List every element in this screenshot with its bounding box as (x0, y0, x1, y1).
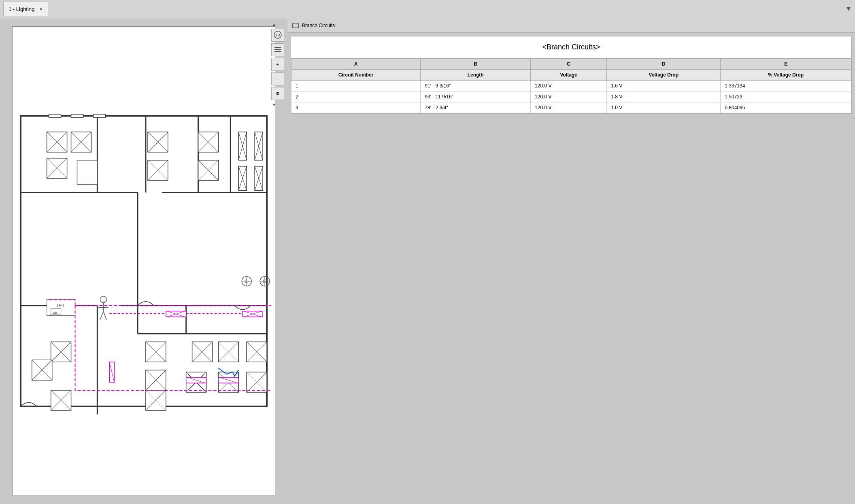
tab-dropdown-button[interactable]: ▼ (845, 5, 852, 13)
svg-rect-2 (274, 47, 281, 48)
panel-header: Branch Circuits (287, 18, 855, 33)
floor-plan-svg: LP-1 SB (13, 27, 275, 495)
right-panel: Branch Circuits <Branch Circuits> A B C … (287, 18, 855, 504)
svg-rect-3 (274, 49, 281, 50)
cell-pct-voltage-drop: 1.50723 (721, 91, 851, 102)
zoom-in-button[interactable]: + (271, 58, 284, 71)
layers-icon (274, 45, 282, 54)
tab-close-button[interactable]: × (39, 6, 43, 12)
view-mode-button[interactable] (271, 43, 284, 56)
cell-length: 78' - 2 3/4" (421, 102, 531, 113)
cell-voltage-drop: 1.8 V (607, 91, 721, 102)
branch-circuits-table: A B C D E Circuit Number Length Voltage … (291, 58, 851, 113)
cell-circuit-number: 2 (291, 91, 421, 102)
tab-bar: 1 - Lighting × ▼ (0, 0, 855, 18)
gear-icon: ⚙ (276, 91, 280, 96)
scroll-up-arrow[interactable]: ▲ (271, 21, 277, 27)
minus-icon: − (276, 77, 279, 81)
table-icon (292, 23, 299, 28)
main-content: ▲ 2D + (0, 18, 855, 504)
scroll-down-arrow[interactable]: ▼ (271, 102, 277, 107)
col-length: Length (421, 70, 531, 81)
cell-voltage-drop: 1.0 V (607, 102, 721, 113)
cell-pct-voltage-drop: 1.337134 (721, 81, 851, 91)
svg-rect-21 (93, 114, 105, 117)
svg-rect-19 (49, 114, 61, 117)
cell-voltage: 120.0 V (531, 102, 607, 113)
plus-icon: + (276, 62, 279, 67)
tab-label: 1 - Lighting (9, 6, 34, 12)
col-letter-a: A (291, 59, 421, 70)
table-row[interactable]: 2 93' - 11 9/16" 120.0 V 1.8 V 1.50723 (291, 91, 851, 102)
col-circuit-number: Circuit Number (291, 70, 421, 81)
floor-plan-canvas[interactable]: LP-1 SB (12, 26, 275, 496)
view-2d-icon: 2D (273, 30, 282, 40)
settings-button[interactable]: ⚙ (271, 87, 284, 100)
col-letter-c: C (531, 59, 607, 70)
col-pct-voltage-drop: % Voltage Drop (721, 70, 851, 81)
column-name-row: Circuit Number Length Voltage Voltage Dr… (291, 70, 851, 81)
floor-plan-toolbar: ▲ 2D + (271, 21, 284, 107)
cell-pct-voltage-drop: 0.804095 (721, 102, 851, 113)
svg-rect-4 (274, 51, 281, 52)
cell-voltage-drop: 1.6 V (607, 81, 721, 91)
col-voltage-drop: Voltage Drop (607, 70, 721, 81)
cell-length: 91' - 9 3/16" (421, 81, 531, 91)
cell-voltage: 120.0 V (531, 91, 607, 102)
svg-text:2D: 2D (275, 33, 280, 37)
panel-header-title: Branch Circuits (302, 23, 335, 28)
column-letter-row: A B C D E (291, 59, 851, 70)
lighting-tab[interactable]: 1 - Lighting × (3, 2, 48, 16)
cell-circuit-number: 3 (291, 102, 421, 113)
svg-rect-55 (77, 160, 98, 185)
floor-plan-panel: ▲ 2D + (0, 18, 287, 504)
branch-circuits-table-container: <Branch Circuits> A B C D E Circuit Numb… (291, 36, 852, 114)
svg-rect-20 (71, 114, 83, 117)
view-2d-button[interactable]: 2D (271, 29, 284, 42)
table-body: 1 91' - 9 3/16" 120.0 V 1.6 V 1.337134 2… (291, 81, 851, 113)
zoom-out-button[interactable]: − (271, 72, 284, 85)
col-voltage: Voltage (531, 70, 607, 81)
cell-voltage: 120.0 V (531, 81, 607, 91)
col-letter-b: B (421, 59, 531, 70)
table-title: <Branch Circuits> (291, 36, 851, 58)
col-letter-d: D (607, 59, 721, 70)
cell-length: 93' - 11 9/16" (421, 91, 531, 102)
svg-text:SB: SB (53, 311, 57, 315)
col-letter-e: E (721, 59, 851, 70)
cell-circuit-number: 1 (291, 81, 421, 91)
table-row[interactable]: 1 91' - 9 3/16" 120.0 V 1.6 V 1.337134 (291, 81, 851, 91)
svg-text:LP-1: LP-1 (57, 303, 65, 307)
table-row[interactable]: 3 78' - 2 3/4" 120.0 V 1.0 V 0.804095 (291, 102, 851, 113)
